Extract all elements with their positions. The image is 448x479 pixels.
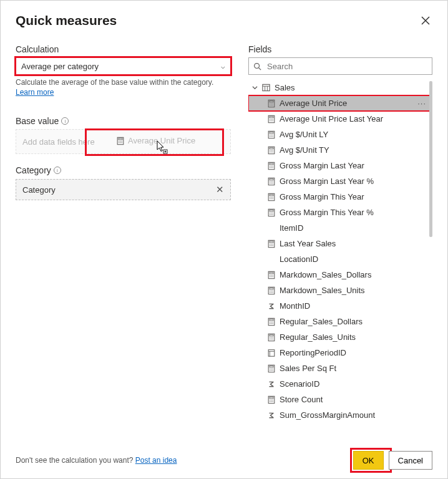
field-label: Sum_GrossMarginAmount (280, 411, 375, 419)
calc-icon (267, 193, 276, 201)
footer-text: Don't see the calculation you want? Post… (16, 456, 177, 465)
field-label: Average Unit Price Last Year (280, 115, 383, 123)
dialog-footer: Don't see the calculation you want? Post… (16, 445, 432, 470)
field-row[interactable]: Regular_Sales_Units (248, 329, 432, 345)
dialog-title: Quick measures (16, 13, 117, 28)
search-input[interactable] (266, 61, 428, 72)
field-row[interactable]: Store Count (248, 392, 432, 407)
cursor-icon (157, 140, 168, 154)
dialog-header: Quick measures (16, 13, 432, 29)
calculation-select[interactable]: Average per category ⌵ (16, 57, 231, 75)
post-idea-link[interactable]: Post an idea (135, 456, 177, 465)
field-row[interactable]: Average Unit Price Last Year (248, 111, 432, 127)
left-panel: Calculation Average per category ⌵ Calcu… (16, 44, 231, 445)
base-value-label: Base value i (16, 116, 231, 126)
chevron-down-icon: ⌵ (221, 62, 225, 70)
field-label: LocationID (280, 255, 318, 263)
field-row[interactable]: Last Year Sales (248, 236, 432, 251)
field-row[interactable]: Markdown_Sales_Units (248, 283, 432, 298)
field-label: Gross Margin Last Year % (280, 177, 374, 185)
hier-icon (267, 349, 276, 357)
field-label: ReportingPeriodID (280, 349, 346, 357)
field-label: Gross Margin This Year % (280, 208, 374, 216)
field-label: Markdown_Sales_Dollars (280, 271, 371, 279)
category-value: Category (22, 185, 56, 195)
info-icon[interactable]: i (61, 117, 69, 125)
more-icon[interactable]: ··· (417, 99, 426, 107)
field-label: Regular_Sales_Dollars (280, 317, 363, 326)
field-label: Store Count (280, 395, 323, 404)
field-row[interactable]: Sales Per Sq Ft (248, 360, 432, 376)
calc-icon (267, 271, 276, 279)
field-row[interactable]: Gross Margin Last Year % (248, 173, 432, 189)
calc-icon (267, 364, 276, 373)
ok-button[interactable]: OK (353, 451, 384, 470)
calc-icon (267, 130, 276, 139)
field-label: Markdown_Sales_Units (280, 286, 365, 294)
calc-icon (267, 146, 276, 155)
field-row[interactable]: Gross Margin This Year (248, 189, 432, 205)
sigma-icon (267, 302, 276, 311)
field-row[interactable]: Avg $/Unit TY (248, 142, 432, 158)
calc-icon (267, 99, 276, 108)
field-row[interactable]: Avg $/Unit LY (248, 127, 432, 142)
field-row[interactable]: MonthID (248, 298, 432, 314)
field-row[interactable]: Gross Margin Last Year (248, 158, 432, 173)
calc-icon (267, 333, 276, 342)
category-chip[interactable]: Category ✕ (16, 179, 231, 200)
field-label: Gross Margin This Year (280, 193, 364, 201)
learn-more-link[interactable]: Learn more (16, 88, 54, 97)
sigma-icon (267, 380, 276, 389)
base-value-dropzone[interactable]: Add data fields here Average Unit Price (16, 129, 231, 154)
field-label: Last Year Sales (280, 240, 336, 248)
field-label: Avg $/Unit TY (280, 146, 329, 154)
table-label: Sales (275, 84, 295, 92)
field-row[interactable]: ReportingPeriodID (248, 345, 432, 360)
remove-category-icon[interactable]: ✕ (216, 184, 224, 195)
field-row[interactable]: Sum_GrossMarginAmount (248, 407, 432, 423)
field-label: Average Unit Price (280, 99, 347, 107)
calc-icon (267, 162, 276, 170)
category-label: Category i (16, 165, 231, 175)
field-row[interactable]: ItemID (248, 220, 432, 236)
fields-tree: Sales Average Unit Price···Average Unit … (248, 80, 432, 423)
calculation-description: Calculate the average of the base value … (16, 77, 231, 97)
table-icon (261, 83, 271, 92)
calc-icon (267, 240, 276, 248)
field-label: Gross Margin Last Year (280, 162, 364, 170)
tree-table-sales[interactable]: Sales (248, 80, 432, 95)
field-row[interactable]: ScenarioID (248, 376, 432, 392)
scrollbar[interactable] (429, 81, 432, 237)
field-row[interactable]: Gross Margin This Year % (248, 205, 432, 220)
close-button[interactable] (419, 13, 432, 29)
field-row[interactable]: Regular_Sales_Dollars (248, 314, 432, 329)
calc-icon (267, 286, 276, 295)
field-row[interactable]: Average Unit Price··· (248, 95, 432, 111)
field-label: MonthID (280, 302, 310, 310)
calculation-value: Average per category (21, 62, 99, 71)
calc-icon (267, 395, 276, 404)
field-row[interactable]: LocationID (248, 251, 432, 267)
info-icon[interactable]: i (54, 167, 61, 174)
fields-panel: Fields Sales Average Unit Price···Averag… (248, 44, 432, 445)
calc-icon (267, 177, 276, 186)
search-icon (253, 62, 262, 71)
field-label: ItemID (280, 224, 303, 232)
chevron-down-icon (252, 85, 258, 90)
dropzone-placeholder: Add data fields here (22, 137, 95, 147)
field-label: Sales Per Sq Ft (280, 364, 336, 372)
field-label: ScenarioID (280, 380, 319, 388)
quick-measures-dialog: Quick measures Calculation Average per c… (1, 1, 447, 478)
calc-icon (267, 317, 276, 326)
field-row[interactable]: Markdown_Sales_Dollars (248, 267, 432, 283)
calc-icon (267, 208, 276, 217)
field-label: Regular_Sales_Units (280, 333, 356, 341)
fields-search[interactable] (248, 57, 432, 75)
svg-rect-17 (163, 150, 167, 153)
drag-ghost: Average Unit Price (116, 136, 195, 145)
sigma-icon (267, 411, 276, 420)
highlight-box (85, 128, 224, 156)
calculation-label: Calculation (16, 44, 231, 54)
fields-label: Fields (248, 44, 432, 54)
cancel-button[interactable]: Cancel (389, 451, 432, 470)
